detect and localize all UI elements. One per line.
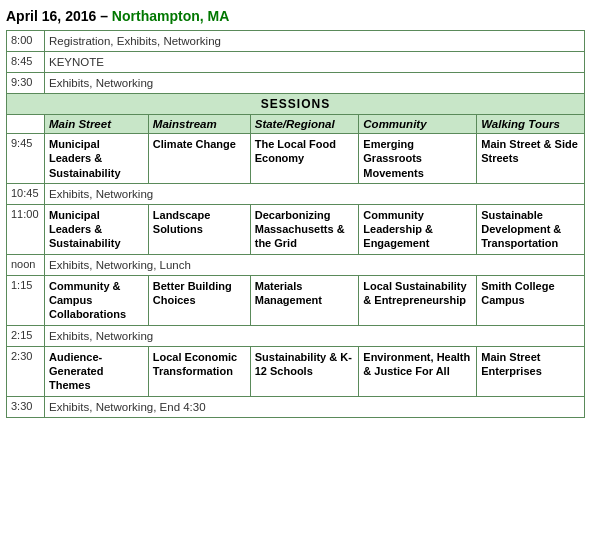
sessions-header-cell: SESSIONS [7,94,585,115]
row-215: 2:15 Exhibits, Networking [7,325,585,346]
time-1100: 11:00 [7,204,45,254]
session-115-community: Local Sustainability & Entrepreneurship [359,275,477,325]
row-845: 8:45 KEYNOTE [7,52,585,73]
session-1100-community: Community Leadership & Engagement [359,204,477,254]
session-115-state-regional: Materials Management [250,275,359,325]
text-noon: Exhibits, Networking, Lunch [45,254,585,275]
session-945-community: Emerging Grassroots Movements [359,134,477,184]
session-945-mainstream: Climate Change [148,134,250,184]
row-115: 1:15 Community & Campus Collaborations B… [7,275,585,325]
time-800: 8:00 [7,31,45,52]
time-230: 2:30 [7,346,45,396]
text-215: Exhibits, Networking [45,325,585,346]
text-330: Exhibits, Networking, End 4:30 [45,396,585,417]
date-header: April 16, 2016 – Northampton, MA [6,8,585,24]
session-945-walking-tours: Main Street & Side Streets [477,134,585,184]
session-115-mainstream: Better Building Choices [148,275,250,325]
row-800: 8:00 Registration, Exhibits, Networking [7,31,585,52]
page: April 16, 2016 – Northampton, MA 8:00 Re… [0,0,591,426]
col-main-street: Main Street [45,115,149,134]
text-1045: Exhibits, Networking [45,183,585,204]
row-1045: 10:45 Exhibits, Networking [7,183,585,204]
text-930: Exhibits, Networking [45,73,585,94]
col-headers-row: Main Street Mainstream State/Regional Co… [7,115,585,134]
date: April 16, 2016 [6,8,96,24]
time-930: 9:30 [7,73,45,94]
session-945-main-street: Municipal Leaders & Sustainability [45,134,149,184]
time-noon: noon [7,254,45,275]
time-845: 8:45 [7,52,45,73]
session-115-main-street: Community & Campus Collaborations [45,275,149,325]
col-state-regional: State/Regional [250,115,359,134]
session-1100-main-street: Municipal Leaders & Sustainability [45,204,149,254]
session-115-walking-tours: Smith College Campus [477,275,585,325]
sessions-header-row: SESSIONS [7,94,585,115]
session-230-state-regional: Sustainability & K-12 Schools [250,346,359,396]
session-230-community: Environment, Health & Justice For All [359,346,477,396]
row-330: 3:30 Exhibits, Networking, End 4:30 [7,396,585,417]
col-walking-tours: Walking Tours [477,115,585,134]
row-noon: noon Exhibits, Networking, Lunch [7,254,585,275]
col-mainstream: Mainstream [148,115,250,134]
time-330: 3:30 [7,396,45,417]
time-1045: 10:45 [7,183,45,204]
row-1100: 11:00 Municipal Leaders & Sustainability… [7,204,585,254]
row-230: 2:30 Audience-Generated Themes Local Eco… [7,346,585,396]
time-215: 2:15 [7,325,45,346]
row-930: 9:30 Exhibits, Networking [7,73,585,94]
col-community: Community [359,115,477,134]
text-845: KEYNOTE [45,52,585,73]
schedule-table: 8:00 Registration, Exhibits, Networking … [6,30,585,418]
separator: – [96,8,112,24]
session-1100-walking-tours: Sustainable Development & Transportation [477,204,585,254]
session-1100-state-regional: Decarbonizing Massachusetts & the Grid [250,204,359,254]
session-1100-mainstream: Landscape Solutions [148,204,250,254]
row-945: 9:45 Municipal Leaders & Sustainability … [7,134,585,184]
session-945-state-regional: The Local Food Economy [250,134,359,184]
session-230-walking-tours: Main Street Enterprises [477,346,585,396]
time-945: 9:45 [7,134,45,184]
session-230-mainstream: Local Economic Transformation [148,346,250,396]
col-time [7,115,45,134]
session-230-main-street: Audience-Generated Themes [45,346,149,396]
location: Northampton, MA [112,8,229,24]
time-115: 1:15 [7,275,45,325]
text-800: Registration, Exhibits, Networking [45,31,585,52]
